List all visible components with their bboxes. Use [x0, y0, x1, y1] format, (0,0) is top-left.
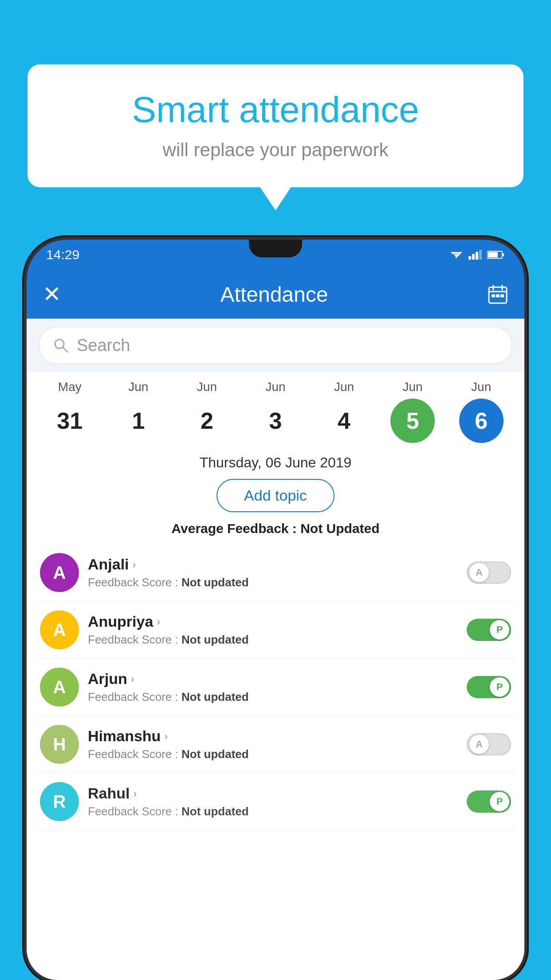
- wifi-icon: [449, 249, 463, 260]
- toggle-knob-1: P: [490, 620, 509, 640]
- student-item-3: HHimanshu ›Feedback Score : Not updatedA: [35, 716, 516, 773]
- speech-bubble: Smart attendance will replace your paper…: [28, 64, 523, 187]
- toggle-container-2[interactable]: P: [467, 676, 511, 698]
- calendar-day-6[interactable]: Jun6: [453, 380, 510, 443]
- student-info-1: Anupriya ›Feedback Score : Not updated: [88, 613, 458, 647]
- bubble-subtitle: will replace your paperwork: [54, 139, 497, 161]
- speech-bubble-container: Smart attendance will replace your paper…: [28, 64, 523, 187]
- feedback-score-3: Feedback Score : Not updated: [88, 747, 458, 761]
- toggle-container-3[interactable]: A: [467, 733, 511, 755]
- calendar-icon[interactable]: [487, 284, 508, 305]
- svg-rect-1: [472, 254, 475, 260]
- feedback-value-2: Not updated: [181, 690, 249, 703]
- search-bar[interactable]: Search: [39, 327, 512, 364]
- feedback-score-1: Feedback Score : Not updated: [88, 633, 458, 647]
- avatar-2: A: [40, 668, 79, 707]
- phone-frame: 14:29 ✕ Attendance: [27, 240, 524, 980]
- svg-rect-2: [476, 252, 478, 260]
- toggle-0[interactable]: A: [467, 561, 511, 584]
- selected-date-label: Thursday, 06 June 2019: [27, 447, 524, 475]
- phone-screen: Search May31Jun1Jun2Jun3Jun4Jun5Jun6 Thu…: [27, 319, 524, 980]
- toggle-knob-0: A: [469, 563, 489, 582]
- svg-rect-11: [492, 294, 495, 297]
- close-button[interactable]: ✕: [43, 283, 61, 305]
- svg-rect-6: [488, 252, 498, 257]
- toggle-container-4[interactable]: P: [467, 790, 511, 813]
- status-bar: 14:29: [27, 240, 524, 270]
- student-name-3[interactable]: Himanshu ›: [88, 727, 458, 745]
- student-name-1[interactable]: Anupriya ›: [88, 613, 458, 630]
- calendar-day-3[interactable]: Jun3: [247, 380, 304, 443]
- student-item-0: AAnjali ›Feedback Score : Not updatedA: [35, 544, 516, 601]
- chevron-icon-4: ›: [133, 787, 137, 800]
- toggle-knob-4: P: [490, 792, 509, 811]
- calendar-day-1[interactable]: Jun1: [110, 380, 167, 443]
- avg-feedback-value: Not Updated: [300, 521, 379, 536]
- search-bar-container: Search: [27, 319, 524, 372]
- calendar-day-5[interactable]: Jun5: [384, 380, 441, 443]
- svg-rect-0: [468, 256, 471, 260]
- feedback-score-4: Feedback Score : Not updated: [88, 805, 458, 818]
- signal-icon: [468, 250, 482, 260]
- calendar-day-2[interactable]: Jun2: [178, 380, 236, 443]
- chevron-icon-3: ›: [164, 730, 168, 743]
- cal-date-3[interactable]: 3: [253, 399, 298, 443]
- student-list: AAnjali ›Feedback Score : Not updatedAAA…: [27, 544, 524, 830]
- battery-icon: [487, 250, 505, 259]
- toggle-knob-2: P: [490, 677, 509, 697]
- student-info-0: Anjali ›Feedback Score : Not updated: [88, 556, 458, 589]
- avatar-1: A: [40, 610, 79, 649]
- cal-date-6[interactable]: 6: [459, 399, 504, 443]
- student-name-0[interactable]: Anjali ›: [88, 556, 458, 573]
- app-bar: ✕ Attendance: [27, 270, 524, 319]
- avatar-3: H: [40, 725, 79, 764]
- cal-month-1: Jun: [128, 380, 148, 394]
- cal-date-2[interactable]: 2: [185, 399, 229, 443]
- cal-date-5[interactable]: 5: [390, 399, 435, 443]
- notch: [249, 240, 302, 257]
- cal-date-4[interactable]: 4: [322, 399, 366, 443]
- student-name-2[interactable]: Arjun ›: [88, 670, 458, 688]
- feedback-value-0: Not updated: [181, 576, 249, 589]
- svg-rect-3: [479, 250, 482, 260]
- toggle-1[interactable]: P: [467, 619, 511, 641]
- search-icon: [53, 337, 69, 353]
- toggle-knob-3: A: [469, 735, 489, 754]
- svg-line-15: [63, 348, 67, 352]
- student-info-3: Himanshu ›Feedback Score : Not updated: [88, 727, 458, 761]
- avatar-4: R: [40, 782, 79, 821]
- student-item-2: AArjun ›Feedback Score : Not updatedP: [35, 659, 516, 716]
- feedback-score-2: Feedback Score : Not updated: [88, 690, 458, 704]
- toggle-4[interactable]: P: [467, 790, 511, 813]
- avg-feedback-label: Average Feedback :: [171, 521, 300, 536]
- chevron-icon-0: ›: [133, 558, 136, 571]
- toggle-3[interactable]: A: [467, 733, 511, 755]
- cal-month-2: Jun: [197, 380, 217, 394]
- calendar-day-0[interactable]: May31: [41, 380, 98, 443]
- toggle-container-0[interactable]: A: [467, 561, 511, 584]
- student-item-1: AAnupriya ›Feedback Score : Not updatedP: [35, 601, 516, 659]
- svg-rect-12: [496, 294, 500, 297]
- cal-month-0: May: [58, 380, 82, 394]
- status-icons: [449, 249, 505, 260]
- feedback-score-0: Feedback Score : Not updated: [88, 576, 458, 589]
- cal-month-6: Jun: [471, 380, 491, 394]
- toggle-2[interactable]: P: [467, 676, 511, 698]
- feedback-value-4: Not updated: [181, 805, 249, 818]
- cal-date-0[interactable]: 31: [47, 399, 92, 443]
- cal-date-1[interactable]: 1: [116, 399, 161, 443]
- student-info-4: Rahul ›Feedback Score : Not updated: [88, 785, 458, 818]
- status-time: 14:29: [46, 247, 79, 262]
- avg-feedback: Average Feedback : Not Updated: [27, 519, 524, 544]
- app-bar-title: Attendance: [75, 282, 474, 307]
- cal-month-4: Jun: [334, 380, 354, 394]
- add-topic-btn: Add topic: [27, 475, 524, 519]
- add-topic-button[interactable]: Add topic: [216, 479, 335, 512]
- feedback-value-1: Not updated: [181, 633, 249, 646]
- feedback-value-3: Not updated: [181, 747, 249, 761]
- calendar-day-4[interactable]: Jun4: [315, 380, 373, 443]
- student-name-4[interactable]: Rahul ›: [88, 785, 458, 802]
- svg-rect-13: [500, 294, 504, 297]
- avatar-0: A: [40, 553, 79, 592]
- toggle-container-1[interactable]: P: [467, 619, 511, 641]
